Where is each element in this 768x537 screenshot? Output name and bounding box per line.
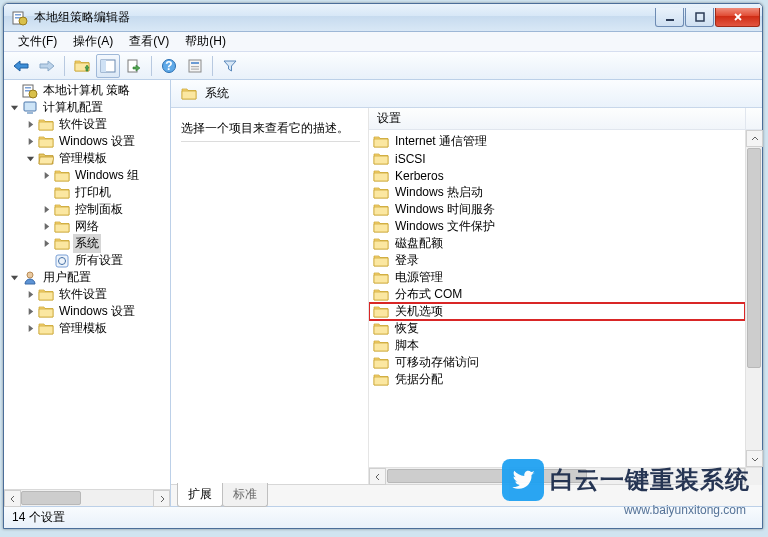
tree-hscrollbar[interactable]: [4, 489, 170, 506]
svg-rect-16: [191, 62, 199, 64]
folder-icon: [38, 287, 54, 303]
list-item-label: Windows 时间服务: [395, 201, 495, 218]
expand-icon[interactable]: [26, 290, 35, 299]
list-item[interactable]: 关机选项: [369, 303, 745, 320]
settings-list[interactable]: Internet 通信管理iSCSIKerberosWindows 热启动Win…: [369, 130, 745, 467]
show-tree-button[interactable]: [96, 54, 120, 78]
toolbar-sep: [212, 56, 213, 76]
scroll-up-icon[interactable]: [746, 130, 763, 147]
minimize-button[interactable]: [655, 8, 684, 27]
expand-icon[interactable]: [42, 205, 51, 214]
folder-icon: [54, 168, 70, 184]
menu-help[interactable]: 帮助(H): [177, 31, 234, 52]
tab-extended[interactable]: 扩展: [177, 483, 223, 507]
address-bar: 系统: [171, 80, 762, 108]
user-icon: [22, 270, 38, 286]
expand-icon[interactable]: [26, 137, 35, 146]
menu-action[interactable]: 操作(A): [65, 31, 121, 52]
scroll-left-icon[interactable]: [369, 468, 386, 485]
list-item[interactable]: Windows 时间服务: [369, 201, 745, 218]
expand-icon[interactable]: [26, 307, 35, 316]
folder-icon: [373, 219, 389, 235]
expand-icon[interactable]: [26, 120, 35, 129]
list-item[interactable]: 登录: [369, 252, 745, 269]
folder-icon: [373, 236, 389, 252]
window-title: 本地组策略编辑器: [34, 9, 654, 26]
list-item[interactable]: 可移动存储访问: [369, 354, 745, 371]
menu-view[interactable]: 查看(V): [121, 31, 177, 52]
tree-uadmin[interactable]: 管理模板: [57, 319, 109, 338]
tab-standard[interactable]: 标准: [222, 483, 268, 507]
folder-icon: [373, 270, 389, 286]
list-item[interactable]: Internet 通信管理: [369, 133, 745, 150]
folder-icon: [373, 168, 389, 184]
close-button[interactable]: [715, 8, 760, 27]
status-count: 14 个设置: [12, 509, 65, 526]
svg-rect-18: [191, 68, 199, 69]
folder-icon: [373, 372, 389, 388]
list-item[interactable]: 脚本: [369, 337, 745, 354]
app-window: 本地组策略编辑器 文件(F) 操作(A) 查看(V) 帮助(H) ? 本地计算机…: [3, 3, 763, 529]
scroll-left-icon[interactable]: [4, 490, 21, 507]
address-title: 系统: [205, 85, 229, 102]
expand-icon[interactable]: [26, 324, 35, 333]
watermark-text: 白云一键重装系统: [550, 464, 750, 496]
folder-icon: [38, 304, 54, 320]
expand-icon[interactable]: [42, 222, 51, 231]
forward-button[interactable]: [35, 54, 59, 78]
app-icon: [12, 10, 28, 26]
maximize-button[interactable]: [685, 8, 714, 27]
folder-icon: [373, 287, 389, 303]
list-item[interactable]: 电源管理: [369, 269, 745, 286]
collapse-icon[interactable]: [26, 154, 35, 163]
list-item-label: 关机选项: [395, 303, 443, 320]
list-item[interactable]: 恢复: [369, 320, 745, 337]
list-item-label: iSCSI: [395, 152, 426, 166]
export-button[interactable]: [122, 54, 146, 78]
expand-icon[interactable]: [42, 171, 51, 180]
toolbar-sep: [151, 56, 152, 76]
list-item[interactable]: iSCSI: [369, 150, 745, 167]
tree[interactable]: 本地计算机 策略 计算机配置 软件设置 Windows 设置 管理模板 Wind…: [4, 80, 170, 489]
menubar: 文件(F) 操作(A) 查看(V) 帮助(H): [4, 32, 762, 52]
description-text: 选择一个项目来查看它的描述。: [181, 120, 360, 142]
filter-button[interactable]: [218, 54, 242, 78]
scroll-right-icon[interactable]: [153, 490, 170, 507]
list-item[interactable]: 磁盘配额: [369, 235, 745, 252]
computer-icon: [22, 100, 38, 116]
expand-icon[interactable]: [42, 239, 51, 248]
column-header[interactable]: 设置: [369, 108, 762, 130]
scroll-thumb[interactable]: [747, 148, 761, 368]
back-button[interactable]: [9, 54, 33, 78]
list-item-label: Kerberos: [395, 169, 444, 183]
svg-rect-12: [128, 60, 137, 72]
collapse-icon[interactable]: [10, 273, 19, 282]
toolbar-sep: [64, 56, 65, 76]
folder-icon: [373, 134, 389, 150]
list-item-label: 脚本: [395, 337, 419, 354]
collapse-icon[interactable]: [10, 103, 19, 112]
list-vscrollbar[interactable]: [745, 130, 762, 467]
list-item[interactable]: Kerberos: [369, 167, 745, 184]
titlebar[interactable]: 本地组策略编辑器: [4, 4, 762, 32]
folder-icon: [373, 202, 389, 218]
list-item-label: Internet 通信管理: [395, 133, 487, 150]
list-item-label: 分布式 COM: [395, 286, 462, 303]
folder-icon: [373, 185, 389, 201]
up-button[interactable]: [70, 54, 94, 78]
svg-rect-9: [696, 13, 704, 21]
menu-file[interactable]: 文件(F): [10, 31, 65, 52]
list-item[interactable]: Windows 热启动: [369, 184, 745, 201]
folder-icon: [373, 338, 389, 354]
folder-icon: [373, 304, 389, 320]
list-item[interactable]: Windows 文件保护: [369, 218, 745, 235]
list-item-label: 恢复: [395, 320, 419, 337]
list-item-label: Windows 文件保护: [395, 218, 495, 235]
col-setting[interactable]: 设置: [369, 110, 745, 127]
scroll-thumb[interactable]: [21, 491, 81, 505]
properties-button[interactable]: [183, 54, 207, 78]
list-item[interactable]: 凭据分配: [369, 371, 745, 388]
help-button[interactable]: ?: [157, 54, 181, 78]
list-item[interactable]: 分布式 COM: [369, 286, 745, 303]
folder-icon: [181, 86, 197, 102]
